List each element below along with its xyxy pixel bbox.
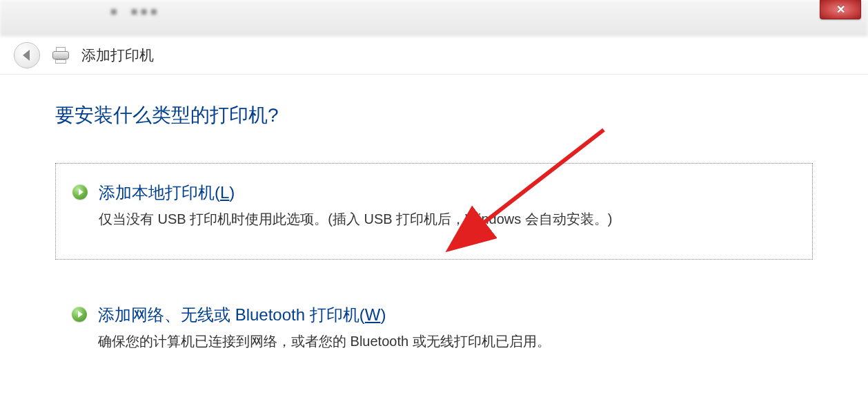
wizard-header: 添加打印机 [0,36,868,75]
page-heading: 要安装什么类型的打印机? [55,102,813,128]
option-arrow-icon [72,184,88,200]
back-arrow-icon [23,50,30,61]
wizard-content: 要安装什么类型的打印机? 添加本地打印机(L) 仅当没有 USB 打印机时使用此… [0,75,868,354]
option-local-title: 添加本地打印机(L) [99,182,796,204]
option-network-description: 确保您的计算机已连接到网络，或者您的 Bluetooth 或无线打印机已启用。 [98,332,813,351]
option-local-description: 仅当没有 USB 打印机时使用此选项。(插入 USB 打印机后，Windows … [99,209,796,229]
window-titlebar: ■ ■ ■ ■ [0,0,868,36]
printer-icon [51,47,70,64]
close-button[interactable]: ✕ [820,0,861,19]
option-local-printer[interactable]: 添加本地打印机(L) 仅当没有 USB 打印机时使用此选项。(插入 USB 打印… [55,163,813,260]
back-button[interactable] [14,42,40,68]
option-network-printer[interactable]: 添加网络、无线或 Bluetooth 打印机(W) 确保您的计算机已连接到网络，… [55,301,813,354]
option-network-title: 添加网络、无线或 Bluetooth 打印机(W) [98,304,813,326]
option-arrow-icon [72,307,87,322]
wizard-title: 添加打印机 [81,46,154,65]
close-icon: ✕ [836,3,845,16]
